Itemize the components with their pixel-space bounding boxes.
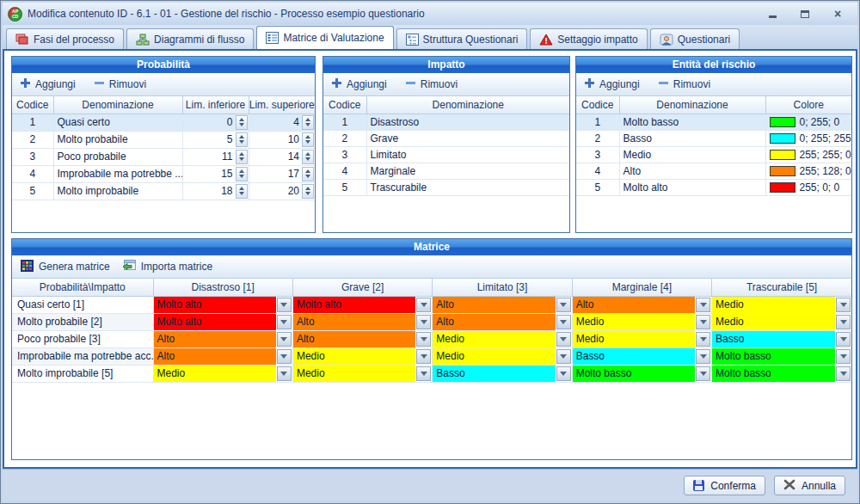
dropdown-arrow-icon[interactable]	[696, 366, 710, 381]
dropdown-arrow-icon[interactable]	[556, 349, 571, 364]
spinner-control[interactable]	[302, 115, 314, 130]
tab-matrice-di-valutazione[interactable]: Matrice di Valutazione	[256, 26, 393, 49]
spinner-control[interactable]	[236, 167, 248, 181]
dropdown-arrow-icon[interactable]	[696, 332, 710, 347]
maximize-button[interactable]	[796, 8, 814, 21]
minimize-button[interactable]	[763, 8, 782, 21]
matrix-cell-dropdown[interactable]: Medio	[712, 313, 851, 330]
codice-cell[interactable]: 4	[576, 163, 619, 179]
annulla-button[interactable]: Annulla	[774, 476, 845, 495]
codice-cell[interactable]: 3	[12, 148, 53, 165]
codice-cell[interactable]: 2	[576, 130, 619, 146]
dropdown-arrow-icon[interactable]	[556, 366, 571, 381]
lim-superiore-field[interactable]: 20	[249, 182, 315, 200]
denominazione-cell[interactable]: Molto basso	[619, 114, 765, 130]
denominazione-cell[interactable]: Poco probabile	[53, 148, 182, 165]
lim-inferiore-field[interactable]: 15	[182, 165, 249, 182]
codice-cell[interactable]: 2	[12, 131, 53, 148]
codice-cell[interactable]: 4	[12, 165, 53, 182]
denominazione-cell[interactable]: Molto improbabile	[53, 182, 182, 200]
dropdown-arrow-icon[interactable]	[416, 349, 431, 364]
matrix-cell-dropdown[interactable]: Alto	[433, 296, 572, 313]
probabilita-remove-button[interactable]: Rimuovi	[95, 78, 146, 90]
matrix-cell-dropdown[interactable]: Alto	[433, 313, 572, 330]
spinner-control[interactable]	[302, 184, 314, 199]
dropdown-arrow-icon[interactable]	[416, 366, 431, 381]
denominazione-cell[interactable]: Grave	[366, 130, 569, 146]
column-header[interactable]: Marginale [4]	[572, 279, 711, 296]
denominazione-cell[interactable]: Limitato	[366, 146, 569, 163]
matrix-cell-dropdown[interactable]: Medio	[153, 365, 292, 382]
matrix-cell-dropdown[interactable]: Medio	[572, 313, 711, 330]
matrix-cell-dropdown[interactable]: Molto alto	[153, 313, 292, 330]
column-header[interactable]: Limitato [3]	[433, 279, 572, 296]
matrix-cell-dropdown[interactable]: Molto alto	[292, 296, 432, 313]
lim-superiore-field[interactable]: 17	[249, 165, 315, 182]
lim-inferiore-field[interactable]: 18	[182, 182, 249, 200]
codice-cell[interactable]: 5	[12, 182, 53, 200]
dropdown-arrow-icon[interactable]	[836, 315, 851, 329]
dropdown-arrow-icon[interactable]	[836, 349, 851, 364]
matrix-cell-dropdown[interactable]: Medio	[433, 347, 572, 365]
dropdown-arrow-icon[interactable]	[416, 315, 431, 329]
matrix-cell-dropdown[interactable]: Alto	[153, 330, 292, 347]
column-header[interactable]: Denominazione	[366, 96, 569, 114]
column-header[interactable]: Trascurabile [5]	[712, 279, 851, 296]
codice-cell[interactable]: 4	[323, 163, 366, 179]
color-swatch[interactable]	[770, 166, 796, 176]
codice-cell[interactable]: 5	[323, 179, 366, 195]
dropdown-arrow-icon[interactable]	[277, 366, 292, 381]
tab-fasi-del-processo[interactable]: Fasi del processo	[6, 28, 124, 49]
codice-cell[interactable]: 1	[576, 114, 619, 130]
close-button[interactable]: ×	[828, 8, 847, 21]
dropdown-arrow-icon[interactable]	[696, 298, 710, 312]
denominazione-cell[interactable]: Marginale	[366, 163, 569, 179]
matrix-cell-dropdown[interactable]: Alto	[292, 313, 432, 330]
matrix-cell-dropdown[interactable]: Molto basso	[712, 365, 851, 382]
matrix-cell-dropdown[interactable]: Medio	[292, 347, 432, 365]
dropdown-arrow-icon[interactable]	[277, 315, 292, 329]
denominazione-cell[interactable]: Alto	[619, 163, 765, 179]
dropdown-arrow-icon[interactable]	[696, 315, 710, 329]
denominazione-cell[interactable]: Basso	[619, 130, 765, 146]
lim-superiore-field[interactable]: 10	[249, 131, 315, 148]
corner-header[interactable]: Probabilità\Impatto	[12, 279, 153, 296]
column-header[interactable]: Denominazione	[619, 96, 765, 114]
importa-matrice-button[interactable]: Importa matrice	[122, 260, 212, 274]
colore-cell[interactable]: 0; 255; 0	[765, 114, 851, 130]
tab-settaggio-impatto[interactable]: Settaggio impatto	[530, 28, 647, 49]
matrix-cell-dropdown[interactable]: Molto alto	[153, 296, 292, 313]
matrix-cell-dropdown[interactable]: Medio	[712, 296, 851, 313]
lim-inferiore-field[interactable]: 5	[182, 131, 249, 148]
column-header[interactable]: Codice	[576, 96, 619, 114]
dropdown-arrow-icon[interactable]	[836, 298, 851, 312]
color-swatch[interactable]	[770, 117, 796, 127]
dropdown-arrow-icon[interactable]	[277, 349, 292, 364]
tab-diagrammi-di-flusso[interactable]: Diagrammi di flusso	[126, 28, 254, 49]
spinner-control[interactable]	[236, 115, 248, 130]
denominazione-cell[interactable]: Molto alto	[619, 179, 765, 195]
column-header[interactable]: Codice	[323, 96, 366, 114]
probabilita-add-button[interactable]: Aggiungi	[21, 78, 76, 90]
codice-cell[interactable]: 3	[576, 146, 619, 163]
lim-superiore-field[interactable]: 4	[249, 114, 315, 131]
spinner-control[interactable]	[236, 184, 248, 199]
matrix-cell-dropdown[interactable]: Medio	[572, 330, 711, 347]
matrix-cell-dropdown[interactable]: Molto basso	[572, 365, 711, 382]
matrix-cell-dropdown[interactable]: Basso	[572, 347, 711, 365]
matrix-cell-dropdown[interactable]: Basso	[712, 330, 851, 347]
codice-cell[interactable]: 2	[323, 130, 366, 146]
dropdown-arrow-icon[interactable]	[556, 298, 571, 312]
tab-questionari[interactable]: Questionari	[650, 28, 740, 49]
dropdown-arrow-icon[interactable]	[416, 298, 431, 312]
spinner-control[interactable]	[302, 132, 314, 147]
impatto-remove-button[interactable]: Rimuovi	[406, 78, 458, 90]
conferma-button[interactable]: Conferma	[684, 476, 765, 495]
dropdown-arrow-icon[interactable]	[836, 366, 851, 381]
matrix-cell-dropdown[interactable]: Medio	[292, 365, 432, 382]
denominazione-cell[interactable]: Disastroso	[366, 114, 569, 130]
column-header[interactable]: Lim. superiore	[249, 96, 315, 114]
tab-struttura-questionari[interactable]: Struttura Questionari	[396, 28, 528, 49]
colore-cell[interactable]: 255; 128; 0	[765, 163, 851, 179]
denominazione-cell[interactable]: Improbabile ma potrebbe ...	[53, 165, 182, 182]
